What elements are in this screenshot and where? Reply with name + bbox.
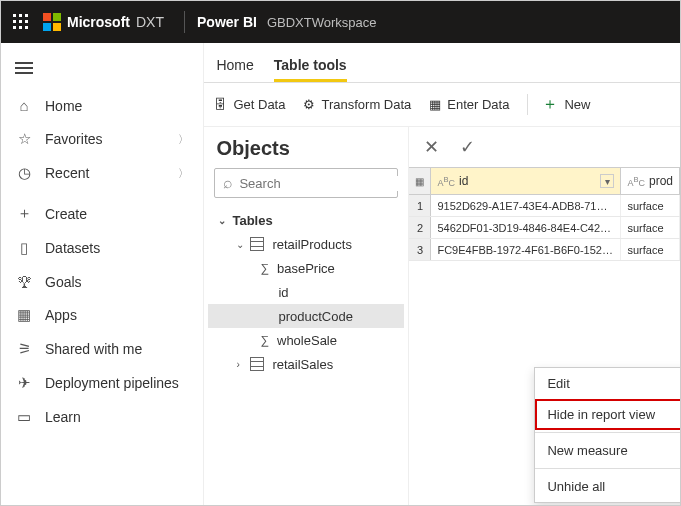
objects-heading: Objects [204,127,408,166]
nav-recent[interactable]: ◷Recent〉 [1,156,203,190]
column-label: prod [649,174,673,188]
cell-prod: surface [621,195,680,216]
button-label: Enter Data [447,97,509,112]
plus-icon: ＋ [542,94,558,115]
clock-icon: ◷ [15,164,33,182]
tables-group[interactable]: ⌄Tables [208,208,404,232]
database-icon: 🗄︎ [214,97,227,112]
nav-create[interactable]: ＋Create [1,196,203,231]
new-button[interactable]: ＋New [527,94,590,115]
divider [535,468,681,469]
chevron-down-icon: ⌄ [236,239,246,250]
svg-rect-3 [13,20,16,23]
chevron-down-icon: ⌄ [218,215,228,226]
tree-label: id [278,285,288,300]
button-label: Transform Data [321,97,411,112]
svg-rect-4 [19,20,22,23]
field-wholesale[interactable]: ∑wholeSale [208,328,404,352]
table-icon: ▦ [409,168,430,194]
table-icon [250,237,264,251]
cell-id: FC9E4FBB-1972-4F61-B6F0-15282C... [431,239,621,260]
column-header-id[interactable]: ABC id ▾ [431,168,621,194]
table-row[interactable]: 3FC9E4FBB-1972-4F61-B6F0-15282C...surfac… [409,239,680,261]
nav-label: Apps [45,307,77,323]
search-icon: ⌕ [223,174,233,192]
nav-label: Learn [45,409,81,425]
nav-shared[interactable]: ⚞Shared with me [1,332,203,366]
svg-rect-7 [19,26,22,29]
nav-goals[interactable]: 🏆︎Goals [1,265,203,298]
tree-label: wholeSale [277,333,337,348]
plus-icon: ＋ [15,204,33,223]
table-retailproducts[interactable]: ⌄retailProducts [208,232,404,256]
nav-label: Favorites [45,131,103,147]
brand-text: Microsoft [67,14,130,30]
ctx-unhide-all[interactable]: Unhide all [535,471,681,502]
column-label: id [459,174,468,188]
search-input[interactable] [239,176,407,191]
table-row[interactable]: 25462DF01-3D19-4846-84E4-C42681...surfac… [409,217,680,239]
tree-label: retailProducts [272,237,351,252]
nav-favorites[interactable]: ☆Favorites〉 [1,122,203,156]
workspace-name: GBDXTWorkspace [267,15,377,30]
divider [184,11,185,33]
table-icon [250,357,264,371]
star-icon: ☆ [15,130,33,148]
chevron-right-icon: 〉 [178,132,189,147]
column-dropdown-icon[interactable]: ▾ [600,174,614,188]
rocket-icon: ✈︎ [15,374,33,392]
app-launcher-icon[interactable] [7,8,35,36]
nav-apps[interactable]: ▦Apps [1,298,203,332]
cell-prod: surface [621,239,680,260]
nav-pipelines[interactable]: ✈︎Deployment pipelines [1,366,203,400]
field-id[interactable]: id [208,280,404,304]
ctx-hide-in-report-view[interactable]: Hide in report view [535,399,681,430]
divider [535,432,681,433]
ctx-new-measure[interactable]: New measure [535,435,681,466]
tree-label: retailSales [272,357,333,372]
ctx-edit[interactable]: Edit [535,368,681,399]
table-icon: ▦ [429,97,441,112]
nav-label: Datasets [45,240,100,256]
sigma-icon: ∑ [260,261,269,275]
sigma-icon: ∑ [260,333,269,347]
tab-home[interactable]: Home [216,57,253,82]
datatype-text-icon: ABC [437,175,455,188]
row-number: 2 [409,217,431,238]
svg-rect-0 [13,14,16,17]
book-icon: ▭ [15,408,33,426]
nav-label: Deployment pipelines [45,375,179,391]
cancel-button[interactable]: ✕ [417,133,445,161]
menu-toggle-icon[interactable] [1,53,203,83]
enter-data-button[interactable]: ▦Enter Data [429,97,509,112]
brand-suffix: DXT [136,14,164,30]
row-header-corner: ▦ [409,168,431,194]
confirm-button[interactable]: ✓ [453,133,481,161]
apps-icon: ▦ [15,306,33,324]
field-productcode[interactable]: productCode [208,304,404,328]
nav-label: Goals [45,274,82,290]
cell-id: 5462DF01-3D19-4846-84E4-C42681... [431,217,621,238]
people-icon: ⚞ [15,340,33,358]
nav-datasets[interactable]: ▯Datasets [1,231,203,265]
home-icon: ⌂ [15,97,33,114]
column-header-prod[interactable]: ABC prod [621,168,680,194]
tab-table-tools[interactable]: Table tools [274,57,347,82]
table-row[interactable]: 19152D629-A1E7-43E4-ADB8-71CB2...surface [409,195,680,217]
chevron-right-icon: › [236,359,246,370]
transform-data-button[interactable]: ⚙︎Transform Data [303,97,411,112]
nav-learn[interactable]: ▭Learn [1,400,203,434]
row-number: 1 [409,195,431,216]
check-icon: ✓ [460,136,475,158]
nav-home[interactable]: ⌂Home [1,89,203,122]
table-retailsales[interactable]: ›retailSales [208,352,404,376]
field-baseprice[interactable]: ∑basePrice [208,256,404,280]
get-data-button[interactable]: 🗄︎Get Data [214,97,285,112]
search-box[interactable]: ⌕ [214,168,398,198]
transform-icon: ⚙︎ [303,97,315,112]
tree-label: Tables [232,213,272,228]
svg-rect-2 [25,14,28,17]
close-icon: ✕ [424,136,439,158]
chevron-right-icon: 〉 [178,166,189,181]
datasets-icon: ▯ [15,239,33,257]
